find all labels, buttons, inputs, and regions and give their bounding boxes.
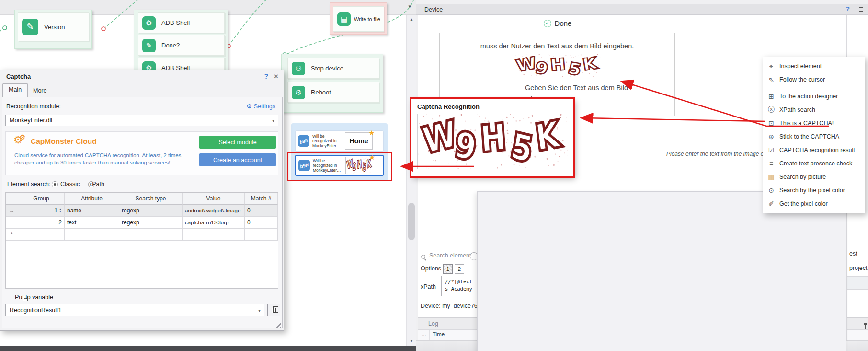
new-row-indicator: * bbox=[6, 229, 18, 241]
element-search-label[interactable]: Element search: bbox=[7, 181, 50, 187]
row-indicator-arrow: → bbox=[6, 205, 18, 217]
home-thumbnail[interactable]: Home ★ bbox=[345, 132, 373, 150]
flow-group-write: ▤ Write to file bbox=[330, 2, 387, 35]
flow-node[interactable]: ✎ Done? bbox=[138, 35, 225, 56]
menu-item-icon: ⇖ bbox=[763, 76, 779, 83]
close-icon[interactable]: ✕ bbox=[274, 73, 279, 80]
option-chip-2[interactable]: 2 bbox=[455, 264, 464, 274]
search-by-picture[interactable]: ▦ Search by picture bbox=[763, 170, 865, 184]
device-panel-titlebar[interactable]: Device ? bbox=[416, 4, 868, 15]
flow-group-adb: ⚙ ADB Shell ✎ Done? ⚙ ADB Shell bbox=[134, 10, 228, 72]
capmonster-card: ⚙⚙ CapMonster Cloud Cloud service for au… bbox=[5, 131, 278, 176]
svg-text:9: 9 bbox=[534, 58, 549, 78]
node-icon: ⚇ bbox=[292, 62, 305, 75]
stick-to-the-captcha[interactable]: ⊕ Stick to the CAPTCHA bbox=[763, 130, 865, 143]
flow-node[interactable]: ⚙ Reboot bbox=[287, 82, 379, 103]
menu-item-icon: ⊙ bbox=[763, 187, 779, 194]
table-row[interactable]: 2 text regexp captcha-rn1S3orp 0 bbox=[6, 217, 278, 229]
chevron-down-icon: ▾ bbox=[272, 118, 274, 123]
col-value[interactable]: Value bbox=[183, 193, 245, 205]
flow-node-label: Reboot bbox=[311, 89, 331, 96]
pin-icon[interactable] bbox=[865, 325, 866, 327]
log-col-dots[interactable]: ... bbox=[422, 331, 426, 337]
search-element-link[interactable]: Search element bbox=[429, 252, 471, 259]
menu-item-label: Create text presence check bbox=[779, 160, 852, 167]
radio-classic-label[interactable]: Classic bbox=[60, 181, 80, 187]
recognition-module-label[interactable]: Recognition module: bbox=[6, 103, 61, 110]
table-row[interactable]: → 1▲▼ name regexp android\.widget\.Image… bbox=[6, 205, 278, 217]
inspect-element[interactable]: ⌖ Inspect element bbox=[763, 59, 865, 73]
this-is-a-captcha[interactable]: ⊡ This is a CAPTCHA! bbox=[763, 117, 865, 130]
side-tab-test[interactable]: est bbox=[847, 248, 868, 262]
flow-node-label: Done? bbox=[161, 42, 180, 49]
menu-item-icon: ⓧ bbox=[763, 105, 779, 114]
menu-item-icon: ✐ bbox=[763, 200, 779, 208]
radio-classic[interactable] bbox=[52, 181, 58, 187]
create-text-presence-check[interactable]: ≡ Create text presence check bbox=[763, 157, 865, 170]
create-account-button[interactable]: Create an account bbox=[199, 153, 276, 166]
options-label: Options bbox=[421, 265, 441, 272]
tab-more[interactable]: More bbox=[27, 85, 52, 97]
flow-group-version: ✎ Version bbox=[14, 10, 92, 49]
option-chip-1[interactable]: 1 bbox=[443, 264, 453, 274]
captcha-thumbnail[interactable]: ★ WW99HH55KK bbox=[345, 157, 373, 174]
table-row-new[interactable]: * bbox=[6, 229, 278, 241]
maximize-icon[interactable] bbox=[850, 322, 854, 326]
col-match[interactable]: Match # bbox=[245, 193, 278, 205]
get-the-pixel-color[interactable]: ✐ Get the pixel color bbox=[763, 197, 865, 211]
scroll-up-icon[interactable]: ▲ bbox=[407, 16, 416, 23]
captcha-recognition-result[interactable]: ☑ CAPTCHA recognition result bbox=[763, 143, 865, 157]
placeholder-text-en: Please enter the text from the image on … bbox=[666, 151, 768, 159]
svg-text:K: K bbox=[533, 114, 563, 159]
radio-xpath-label[interactable]: xPath bbox=[89, 181, 104, 187]
side-tab-project[interactable]: project bbox=[847, 263, 868, 277]
svg-text:5: 5 bbox=[567, 59, 582, 78]
maximize-icon[interactable] bbox=[859, 7, 863, 12]
col-attribute[interactable]: Attribute bbox=[65, 193, 119, 205]
captcha-recognition-popup: Captcha Recognition WW99HH55KK bbox=[411, 99, 573, 176]
log-col-time[interactable]: Time bbox=[433, 331, 445, 337]
toolbar-dropdown-icon[interactable]: ▾ bbox=[408, 3, 411, 10]
menu-item-label: This is a CAPTCHA! bbox=[779, 120, 834, 127]
scrollbar-thumb[interactable] bbox=[408, 203, 415, 240]
tab-main[interactable]: Main bbox=[2, 83, 28, 97]
recognize-item-home[interactable]: b9N Will be recognized in MonkeyEnter… H… bbox=[295, 130, 384, 152]
copy-variable-button[interactable] bbox=[267, 304, 280, 316]
flow-node[interactable]: ⚙ ADB Shell bbox=[138, 12, 225, 33]
menu-item-label: Search by picture bbox=[779, 174, 826, 180]
col-group[interactable]: Group bbox=[18, 193, 65, 205]
help-icon[interactable]: ? bbox=[846, 5, 850, 12]
menu-item-label: Inspect element bbox=[779, 63, 822, 70]
select-module-button[interactable]: Select module bbox=[199, 136, 276, 149]
settings-link[interactable]: ⚙ Settings bbox=[247, 103, 275, 110]
xpath-search[interactable]: ⓧ XPath search bbox=[763, 103, 865, 117]
flow-node-version[interactable]: ✎ Version bbox=[18, 12, 89, 41]
recognize-item-captcha[interactable]: b9N Will be recognized in MonkeyEnter… ★… bbox=[295, 155, 384, 176]
svg-text:H: H bbox=[479, 116, 507, 160]
canvas-scrollbar[interactable]: ▲ ▼ bbox=[406, 15, 416, 346]
module-value: MonkeyEnter.dll bbox=[10, 117, 52, 124]
variable-select[interactable]: RecognitionResult1 ▾ bbox=[5, 304, 264, 316]
node-icon: ✎ bbox=[142, 39, 156, 52]
menu-separator bbox=[767, 88, 861, 88]
to-the-action-designer[interactable]: ⊞ To the action designer bbox=[763, 90, 865, 103]
device-name-label: Device: my_device762 bbox=[421, 303, 481, 309]
recognition-module-select[interactable]: MonkeyEnter.dll ▾ bbox=[5, 115, 278, 126]
follow-the-cursor[interactable]: ⇖ Follow the cursor bbox=[763, 73, 865, 86]
home-thumb-label: Home bbox=[350, 137, 368, 145]
col-search-type[interactable]: Search type bbox=[119, 193, 183, 205]
spinner-icon[interactable]: ▲▼ bbox=[59, 208, 62, 213]
node-icon: ⚙ bbox=[142, 16, 156, 30]
flow-node-write-to-file[interactable]: ▤ Write to file bbox=[333, 6, 384, 32]
flow-node[interactable]: ⚇ Stop device bbox=[287, 58, 379, 79]
node-icon: ⚙ bbox=[292, 86, 305, 99]
menu-item-icon: ⌖ bbox=[763, 62, 779, 70]
overlay-window bbox=[477, 191, 846, 351]
help-icon[interactable]: ? bbox=[264, 72, 268, 80]
menu-item-icon: ▦ bbox=[763, 173, 779, 181]
search-by-the-pixel-color[interactable]: ⊙ Search by the pixel color bbox=[763, 184, 865, 197]
scroll-down-icon[interactable]: ▼ bbox=[407, 338, 416, 345]
device-panel-title: Device bbox=[424, 6, 443, 13]
recognize-list-panel: b9N Will be recognized in MonkeyEnter… H… bbox=[291, 123, 388, 181]
menu-item-label: Stick to the CAPTCHA bbox=[779, 133, 839, 140]
